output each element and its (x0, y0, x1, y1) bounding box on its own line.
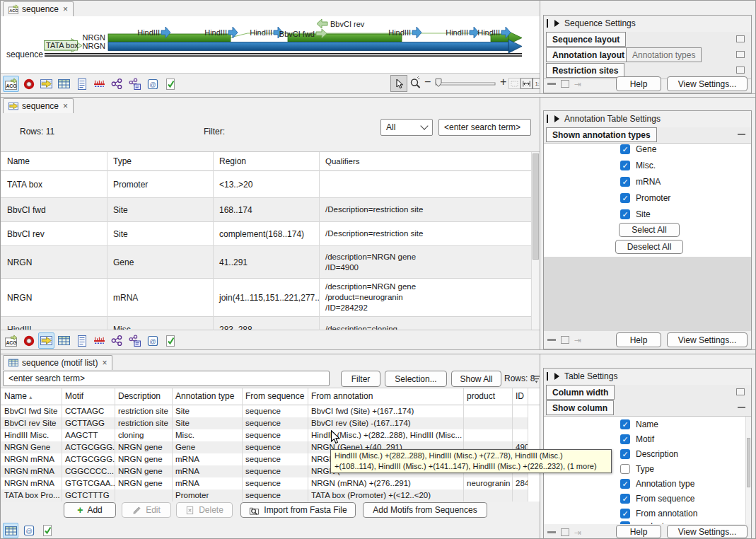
checkbox-type[interactable]: ✓ Type (620, 464, 654, 474)
checkbox-icon[interactable]: ✓ (620, 144, 630, 154)
palette-icon[interactable] (736, 388, 745, 395)
checkbox-from-sequence[interactable]: ✓ From sequence (620, 494, 694, 504)
table-settings-header[interactable]: Table Settings (547, 369, 617, 384)
sequence-view-canvas[interactable]: sequence NRGN NRGN TATA box (1, 16, 540, 73)
table-row[interactable]: TATA box Pro...GCTCTTTGPromotersequenceT… (1, 489, 528, 502)
cloning-view-icon[interactable] (109, 76, 125, 92)
selection-tool-icon[interactable] (390, 75, 407, 92)
scrollbar-thumb[interactable] (533, 153, 539, 260)
checkbox-from-annotation[interactable]: ✓ From annotation (620, 509, 697, 518)
checkbox-icon[interactable]: ✓ (620, 509, 630, 518)
filter-scope-dropdown[interactable]: All (380, 119, 433, 136)
add-button[interactable]: + Add (64, 502, 116, 518)
collapse-section-icon[interactable] (738, 134, 745, 135)
column-header[interactable]: Name ▴ (1, 388, 62, 405)
tab-sequence-view[interactable]: sequence × (3, 1, 74, 16)
vertical-scrollbar[interactable] (531, 152, 540, 330)
collapse-section-icon[interactable] (738, 407, 745, 408)
zoom-in-icon[interactable]: + (500, 76, 506, 88)
minimize-icon[interactable] (547, 83, 556, 85)
checkbox-mrna[interactable]: ✓ mRNA (620, 177, 661, 187)
table-row[interactable]: BbvCI fwd SiteCCTAAGCrestriction siteSit… (1, 405, 528, 417)
column-header[interactable]: ID (512, 388, 540, 405)
group-restriction-sites[interactable]: Restriction sites (546, 63, 624, 78)
dock-side-icon[interactable]: ⇥ (574, 81, 581, 88)
annotation-table-icon[interactable] (38, 76, 54, 92)
view-settings-button[interactable]: View Settings... (667, 332, 748, 347)
column-header[interactable]: Description (115, 388, 172, 405)
palette-icon[interactable] (736, 35, 745, 42)
view-settings-button[interactable]: View Settings... (667, 76, 748, 91)
import-fasta-button[interactable]: Import from Fasta File (240, 502, 356, 518)
checkbox-icon[interactable]: ✓ (620, 193, 630, 203)
show-all-button[interactable]: Show All (451, 371, 501, 387)
vertical-splitter[interactable] (540, 98, 543, 349)
palette-icon[interactable] (736, 51, 745, 58)
checkbox-misc[interactable]: ✓ Misc. (620, 161, 656, 170)
table-row[interactable]: NRGN mRNAGTGTCGAA...NRGN genemRNAsequenc… (1, 477, 528, 489)
table-row[interactable]: BbvCI rev SiteGCTTAGGrestriction siteSit… (1, 417, 528, 429)
close-icon[interactable]: × (63, 4, 68, 14)
checkbox-icon[interactable]: ✓ (620, 521, 630, 524)
column-header[interactable]: Name (1, 156, 107, 166)
minimize-icon[interactable] (547, 339, 556, 341)
circular-view-icon[interactable] (21, 76, 37, 92)
close-icon[interactable]: × (63, 101, 68, 111)
sequence-view-icon[interactable] (3, 76, 19, 92)
column-header[interactable]: Qualifiers (319, 156, 531, 167)
checkbox-description[interactable]: ✓ Description (620, 449, 678, 459)
column-header[interactable]: Motif (62, 388, 115, 405)
motif-table[interactable]: Name ▴ Motif Description Annotation type… (1, 388, 540, 502)
checkbox-product[interactable]: ✓ product (620, 521, 664, 524)
annotation-table-icon[interactable] (38, 332, 54, 349)
zoom-out-icon[interactable]: − (424, 76, 431, 88)
panel-dock-controls[interactable]: ⇥ (547, 528, 581, 536)
group-sequence-layout[interactable]: Sequence layout (546, 32, 626, 47)
table-row[interactable]: BbvCI rev Site complement(168..174) /Des… (1, 222, 531, 246)
table-header-row[interactable]: Name ▴ Motif Description Annotation type… (1, 388, 540, 405)
table-view-icon[interactable] (3, 523, 18, 538)
minimize-icon[interactable] (547, 531, 556, 533)
view-settings-button[interactable]: View Settings... (667, 525, 748, 538)
add-motifs-button[interactable]: Add Motifs from Sequences (363, 502, 487, 518)
table-row[interactable]: NRGN Gene 41..291 /description=NRGN gene… (1, 246, 531, 279)
group-show-column[interactable]: Show column (546, 400, 614, 415)
filter-button[interactable]: Filter (341, 371, 380, 387)
column-header[interactable]: Annotation type (172, 388, 242, 405)
checkbox-annotation-type[interactable]: ✓ Annotation type (620, 479, 694, 489)
tab-motif-list[interactable]: sequence (motif list) × (3, 355, 112, 370)
element-info-icon[interactable] (40, 523, 55, 538)
table-view-icon[interactable] (56, 332, 72, 349)
cloning-view-icon[interactable] (109, 332, 125, 349)
column-header[interactable]: product (463, 388, 512, 405)
help-button[interactable]: Help (616, 332, 661, 347)
text-view-icon[interactable] (74, 332, 90, 349)
group-annotation-layout[interactable]: Annotation layout (546, 47, 631, 62)
element-info-icon[interactable] (162, 332, 178, 349)
primer-view-icon[interactable] (127, 76, 143, 92)
group-column-width[interactable]: Column width (546, 385, 615, 400)
column-header[interactable]: Region (213, 156, 319, 166)
zoom-slider-thumb[interactable] (436, 79, 441, 87)
history-icon[interactable] (21, 523, 37, 538)
checkbox-gene[interactable]: ✓ Gene (620, 144, 656, 154)
restriction-map-icon[interactable] (91, 76, 107, 92)
tab-annotation-table[interactable]: sequence × (3, 98, 74, 113)
zoom-to-selection-icon[interactable] (508, 78, 521, 89)
checkbox-icon[interactable]: ✓ (620, 209, 630, 219)
dock-side-icon[interactable]: ⇥ (574, 529, 581, 536)
checkbox-icon[interactable]: ✓ (620, 449, 630, 459)
help-button[interactable]: Help (616, 525, 661, 538)
annotation-table[interactable]: Name Type Region Qualifiers TATA box Pro… (1, 151, 540, 330)
edit-button[interactable]: Edit (122, 502, 171, 518)
select-all-button[interactable]: Select All (619, 223, 680, 237)
checkbox-icon[interactable]: ✓ (620, 177, 630, 187)
vertical-splitter[interactable] (540, 1, 543, 93)
deselect-all-button[interactable]: Deselect All (615, 240, 683, 254)
restore-icon[interactable] (561, 528, 569, 536)
delete-button[interactable]: Delete (176, 502, 233, 518)
column-header[interactable]: From sequence (242, 388, 308, 405)
group-shown-annotation-types[interactable]: Shown annotation types (546, 127, 657, 142)
checkbox-motif[interactable]: ✓ Motif (620, 434, 654, 444)
zoom-tool-icon[interactable] (409, 76, 421, 91)
